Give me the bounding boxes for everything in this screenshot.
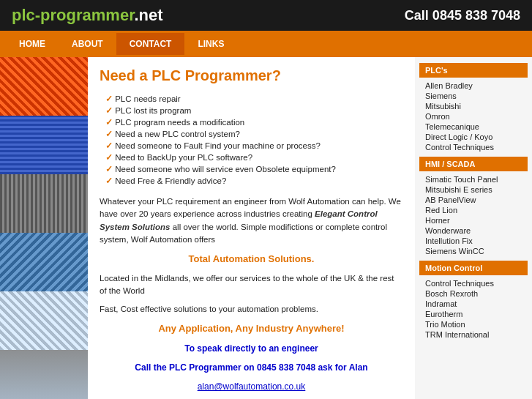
sidebar-link-mitsubishi-e[interactable]: Mitsubishi E series xyxy=(419,184,528,195)
total-automation-title: Total Automation Solutions. xyxy=(189,253,315,264)
nav-home[interactable]: HOME xyxy=(6,33,59,55)
nav-contact[interactable]: CONTACT xyxy=(116,33,185,55)
image-block-5 xyxy=(0,291,88,350)
body-para-2: Total Automation Solutions. xyxy=(100,252,403,266)
image-block-2 xyxy=(0,116,88,174)
checklist-item: Need Free & Friendly advice? xyxy=(105,175,403,187)
sidebar-link-siemens[interactable]: Siemens xyxy=(419,91,528,101)
sidebar-link-allen-bradley[interactable]: Allen Bradley xyxy=(419,81,528,91)
sidebar-link-eurotherm[interactable]: Eurotherm xyxy=(419,309,528,319)
main-nav: HOME ABOUT CONTACT LINKS xyxy=(0,31,532,57)
body-para-1: Whatever your PLC requirement an enginee… xyxy=(100,195,403,246)
main-layout: Need a PLC Programmer? PLC needs repair … xyxy=(0,57,532,399)
nav-links[interactable]: LINKS xyxy=(184,33,237,55)
sidebar-link-ab-panelview[interactable]: AB PanelView xyxy=(419,195,528,205)
sidebar-link-wonderware[interactable]: Wonderware xyxy=(419,225,528,236)
sidebar-link-omron[interactable]: Omron xyxy=(419,111,528,122)
sidebar-link-bosch[interactable]: Bosch Rexroth xyxy=(419,288,528,299)
email-link[interactable]: alan@wolfautomation.co.uk xyxy=(198,381,306,392)
left-image-strip xyxy=(0,57,88,399)
sidebar-link-trm[interactable]: TRM International xyxy=(419,329,528,340)
sidebar-link-control-techniques[interactable]: Control Techniques xyxy=(419,142,528,152)
checklist-item: Need a new PLC control system? xyxy=(105,128,403,140)
call-plc-text: Call the PLC Programmer on 0845 838 7048… xyxy=(135,362,367,373)
sidebar-section-motion: Motion Control xyxy=(419,261,528,275)
checklist-item: PLC needs repair xyxy=(105,93,403,105)
image-block-3 xyxy=(0,174,88,233)
body-para-4: Fast, Cost effective solutions to your a… xyxy=(100,303,403,316)
sidebar-link-mitsubishi[interactable]: Mitsubishi xyxy=(419,101,528,111)
sidebar-section-plcs: PLC's xyxy=(419,63,528,78)
body-para-5: Any Application, Any Industry Anywhere! xyxy=(100,321,403,336)
image-block-1 xyxy=(0,57,88,116)
checklist-item: Need to BackUp your PLC software? xyxy=(105,152,403,163)
nav-about[interactable]: ABOUT xyxy=(59,33,116,55)
phone-number: Call 0845 838 7048 xyxy=(405,8,520,23)
sidebar-link-trio[interactable]: Trio Motion xyxy=(419,319,528,329)
speak-directly-text: To speak directly to an engineer xyxy=(184,343,318,354)
site-logo[interactable]: plc-programmer.net xyxy=(12,6,163,25)
sidebar-section-hmi: HMI / SCADA xyxy=(419,157,528,171)
sidebar-link-telemecanique[interactable]: Telemecanique xyxy=(419,122,528,132)
sidebar-link-simatic[interactable]: Simatic Touch Panel xyxy=(419,174,528,184)
checklist-item: Need someone who will service even Obsol… xyxy=(105,163,403,175)
checklist-item: PLC program needs a modification xyxy=(105,116,403,128)
body-para-6: To speak directly to an engineer xyxy=(100,342,403,355)
email-para: alan@wolfautomation.co.uk xyxy=(100,380,403,393)
logo-plc: plc-programmer xyxy=(12,6,135,24)
sidebar-link-intellution[interactable]: Intellution Fix xyxy=(419,236,528,246)
site-header: plc-programmer.net Call 0845 838 7048 xyxy=(0,0,532,31)
sidebar-link-directlogic[interactable]: Direct Logic / Koyo xyxy=(419,132,528,142)
sidebar-link-indramat[interactable]: Indramat xyxy=(419,299,528,309)
sidebar-link-horner[interactable]: Horner xyxy=(419,215,528,225)
main-content: Need a PLC Programmer? PLC needs repair … xyxy=(88,57,415,399)
checklist-item: Need someone to Fault Find your machine … xyxy=(105,140,403,152)
any-application-title: Any Application, Any Industry Anywhere! xyxy=(158,323,344,334)
sidebar-link-red-lion[interactable]: Red Lion xyxy=(419,205,528,215)
sidebar: PLC's Allen Bradley Siemens Mitsubishi O… xyxy=(415,57,532,399)
sidebar-link-siemens-wincc[interactable]: Siemens WinCC xyxy=(419,246,528,256)
body-para-7: Call the PLC Programmer on 0845 838 7048… xyxy=(100,361,403,374)
body-para-3: Located in the Midlands, we offer our se… xyxy=(100,272,403,298)
checklist-item: PLC lost its program xyxy=(105,105,403,116)
checklist: PLC needs repair PLC lost its program PL… xyxy=(100,93,403,187)
page-heading: Need a PLC Programmer? xyxy=(100,67,403,84)
image-block-4 xyxy=(0,233,88,291)
sidebar-link-ct[interactable]: Control Techniques xyxy=(419,278,528,288)
logo-domain: .net xyxy=(135,6,163,24)
